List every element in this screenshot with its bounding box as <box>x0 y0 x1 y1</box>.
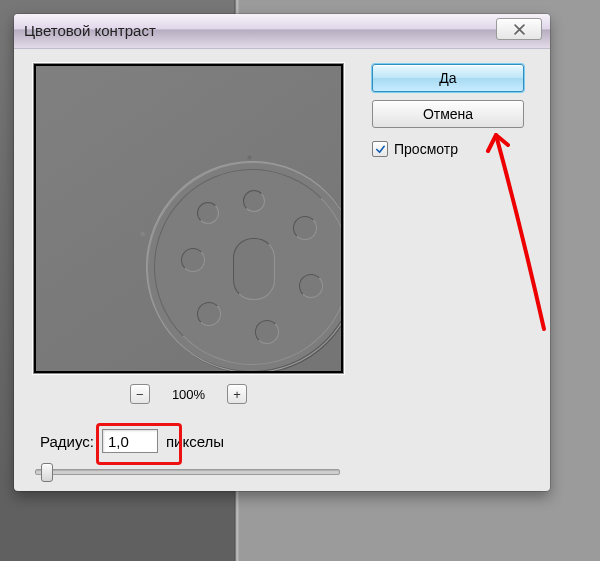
close-button[interactable] <box>496 18 542 40</box>
annotation-arrow <box>482 113 550 333</box>
titlebar[interactable]: Цветовой контраст <box>14 14 550 49</box>
radius-slider[interactable] <box>35 462 340 480</box>
zoom-out-button[interactable]: − <box>130 384 150 404</box>
preview-frame <box>33 63 344 374</box>
zoom-controls: − 100% + <box>33 381 344 407</box>
high-pass-dialog: Цветовой контраст <box>14 14 550 491</box>
preview-checkbox[interactable] <box>372 141 388 157</box>
radius-label: Радиус: <box>40 433 94 450</box>
preview-checkbox-row: Просмотр <box>372 141 458 157</box>
slider-thumb[interactable] <box>41 463 53 482</box>
zoom-level: 100% <box>172 387 205 402</box>
radius-unit: пикселы <box>166 433 224 450</box>
zoom-in-button[interactable]: + <box>227 384 247 404</box>
dialog-title: Цветовой контраст <box>24 22 156 39</box>
preview-checkbox-label: Просмотр <box>394 141 458 157</box>
slider-track <box>35 469 340 475</box>
cancel-button-label: Отмена <box>423 106 473 122</box>
check-icon <box>375 144 386 155</box>
dialog-content: − 100% + Радиус: пикселы Да Отмена <box>14 49 550 491</box>
radius-input[interactable] <box>102 429 158 453</box>
radius-row: Радиус: пикселы <box>40 429 224 453</box>
ok-button[interactable]: Да <box>372 64 524 92</box>
close-icon <box>514 24 525 35</box>
preview-disc-shape <box>146 161 341 371</box>
minus-icon: − <box>136 388 144 401</box>
ok-button-label: Да <box>439 70 456 86</box>
cancel-button[interactable]: Отмена <box>372 100 524 128</box>
plus-icon: + <box>233 388 241 401</box>
preview-image[interactable] <box>36 66 341 371</box>
radius-input-wrap <box>102 429 158 453</box>
